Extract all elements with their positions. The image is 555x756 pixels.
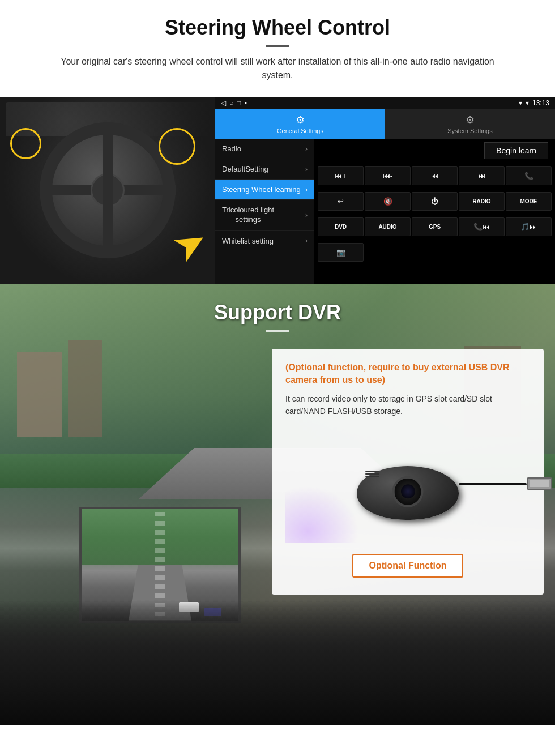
btn-radio[interactable]: RADIO [459, 192, 505, 211]
menu-item-radio[interactable]: Radio › [215, 139, 314, 159]
usb-plug [527, 477, 552, 490]
btn-camera[interactable]: 📷 [318, 243, 364, 262]
signal-icon: ▾ [519, 99, 522, 107]
back-icon: ↩ [338, 197, 344, 206]
nav-square-icon: □ [237, 99, 241, 107]
dvr-title: Support DVR [0, 301, 555, 324]
btn-mute[interactable]: 🔇 [365, 192, 411, 211]
wifi-icon: ▾ [526, 99, 529, 107]
dvr-info-title: (Optional function, require to buy exter… [285, 361, 530, 387]
menu-steering-label: Steering Wheel learning [222, 185, 301, 194]
gear-icon: ⚙ [296, 114, 305, 126]
phone-icon: 📞 [524, 172, 533, 180]
camera-body [357, 466, 459, 520]
gps-label: GPS [429, 224, 441, 230]
btn-gps[interactable]: GPS [412, 217, 458, 236]
chevron-right-icon2: › [305, 165, 308, 173]
btn-next[interactable]: ⏭ [459, 166, 505, 185]
steering-wheel-bg: ➤ [0, 97, 215, 284]
hu-panel: Begin learn ⏮+ ⏮- ⏮ ⏭ 📞 ↩ 🔇 ⏻ [314, 139, 555, 284]
menu-item-steering-wheel[interactable]: Steering Wheel learning › [215, 180, 314, 200]
chevron-right-icon5: › [305, 237, 308, 245]
mute-icon: 🔇 [383, 197, 392, 206]
hu-buttons-row1: ⏮+ ⏮- ⏮ ⏭ 📞 [314, 163, 555, 189]
section1-subtitle: Your original car's steering wheel contr… [45, 55, 510, 82]
section1-steering: Steering Wheel Control Your original car… [0, 0, 555, 284]
menu-tricoloured-label: Tricoloured lightsettings [222, 206, 274, 225]
next-icon: ⏭ [478, 172, 485, 180]
dvd-label: DVD [335, 224, 347, 230]
hu-panel-top: Begin learn [314, 139, 555, 163]
button-highlight-right [159, 128, 195, 165]
tab-general-settings[interactable]: ⚙ General Settings [215, 109, 385, 139]
arrow-icon: ➤ [164, 215, 215, 272]
statusbar: ◁ ○ □ ▪ ▾ ▾ 13:13 [215, 97, 555, 109]
dvr-camera-illustration [285, 429, 530, 543]
prev-icon: ⏮ [431, 172, 438, 180]
dvr-divider [266, 330, 289, 332]
button-highlight-left [10, 128, 41, 159]
btn-back[interactable]: ↩ [318, 192, 364, 211]
btn-phone[interactable]: 📞 [506, 166, 552, 185]
menu-radio-label: Radio [222, 144, 241, 153]
hu-buttons-row2: ↩ 🔇 ⏻ RADIO MODE [314, 189, 555, 214]
camera-cable [459, 483, 527, 485]
dvr-info-text: It can record video only to storage in G… [285, 392, 530, 418]
nav-menu-icon: ▪ [245, 99, 247, 107]
hu-buttons-row4: 📷 [314, 240, 555, 265]
menu-default-label: DefaultSetting [222, 165, 268, 173]
btn-phone-prev[interactable]: 📞⏮ [459, 217, 505, 236]
btn-prev[interactable]: ⏮ [412, 166, 458, 185]
mode-label: MODE [520, 198, 537, 204]
section1-header: Steering Wheel Control Your original car… [0, 0, 555, 87]
btn-power[interactable]: ⏻ [412, 192, 458, 211]
camera-icon: 📷 [336, 248, 345, 257]
dvr-header: Support DVR [0, 284, 555, 338]
menu-item-tricoloured[interactable]: Tricoloured lightsettings › [215, 200, 314, 231]
btn-dvd[interactable]: DVD [318, 217, 364, 236]
chevron-right-icon4: › [305, 211, 308, 219]
optional-function-button[interactable]: Optional Function [352, 554, 464, 578]
tab-system-settings[interactable]: ⚙ System Settings [385, 109, 555, 139]
section2-dvr: Support DVR (Optional function, require … [0, 284, 555, 725]
dvr-bottom-dashboard [0, 600, 555, 725]
menu-whitelist-label: Whitelist setting [222, 237, 274, 245]
phone-prev-icon: 📞⏮ [473, 223, 490, 231]
menu-item-whitelist[interactable]: Whitelist setting › [215, 231, 314, 251]
vol-down-icon: ⏮- [383, 172, 392, 180]
title-divider [266, 45, 289, 47]
tab-system-label: System Settings [447, 127, 492, 134]
menu-item-defaultsetting[interactable]: DefaultSetting › [215, 159, 314, 180]
dvr-info-box: (Optional function, require to buy exter… [272, 349, 544, 595]
camera-lens [392, 476, 424, 507]
nav-back-icon: ◁ [221, 99, 226, 107]
chevron-right-icon3: › [305, 186, 308, 194]
btn-audio[interactable]: AUDIO [365, 217, 411, 236]
hu-content: Radio › DefaultSetting › Steering Wheel … [215, 139, 555, 284]
steering-wheel-image: ➤ [0, 97, 215, 284]
music-next-icon: 🎵⏭ [520, 223, 537, 231]
optional-function-area: Optional Function [285, 543, 530, 578]
dvr-info-area: (Optional function, require to buy exter… [193, 349, 555, 595]
btn-vol-down[interactable]: ⏮- [365, 166, 411, 185]
head-unit: ◁ ○ □ ▪ ▾ ▾ 13:13 ⚙ General Settings ⚙ S… [215, 97, 555, 284]
statusbar-time: 13:13 [532, 99, 549, 107]
hu-tabs: ⚙ General Settings ⚙ System Settings [215, 109, 555, 139]
vol-up-icon: ⏮+ [335, 172, 347, 180]
hu-buttons-row3: DVD AUDIO GPS 📞⏮ 🎵⏭ [314, 214, 555, 240]
tab-general-label: General Settings [277, 127, 323, 134]
chevron-right-icon: › [305, 145, 308, 153]
btn-mode[interactable]: MODE [506, 192, 552, 211]
btn-vol-up[interactable]: ⏮+ [318, 166, 364, 185]
btn-music-next[interactable]: 🎵⏭ [506, 217, 552, 236]
begin-learn-button[interactable]: Begin learn [484, 142, 548, 159]
system-icon: ⚙ [466, 114, 475, 126]
wheel-circle [40, 122, 176, 258]
power-icon: ⏻ [431, 197, 438, 206]
hu-menu: Radio › DefaultSetting › Steering Wheel … [215, 139, 314, 284]
audio-label: AUDIO [378, 224, 396, 230]
section1-title: Steering Wheel Control [34, 16, 521, 40]
radio-label: RADIO [472, 198, 490, 204]
nav-home-icon: ○ [229, 99, 233, 107]
steering-demo: ➤ ◁ ○ □ ▪ ▾ ▾ 13:13 ⚙ General Settings [0, 97, 555, 284]
